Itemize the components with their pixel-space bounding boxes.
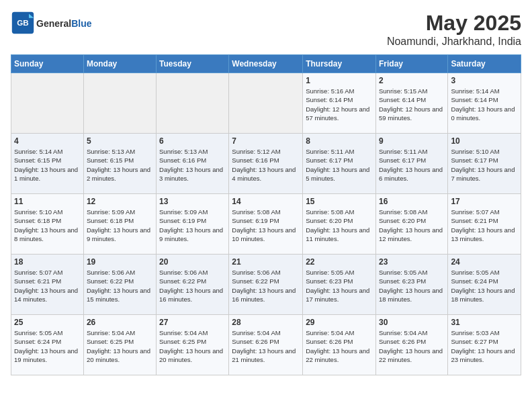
day-info: Sunrise: 5:13 AMSunset: 6:15 PMDaylight:… [87,147,153,183]
day-info-line: Daylight: 13 hours and 23 minutes. [451,347,515,363]
day-cell: 7Sunrise: 5:12 AMSunset: 6:16 PMDaylight… [229,134,303,194]
day-number: 15 [306,197,373,206]
day-info-line: Daylight: 13 hours and 18 minutes. [379,287,443,303]
day-number: 5 [87,136,153,146]
day-cell: 27Sunrise: 5:04 AMSunset: 6:25 PMDayligh… [157,315,229,375]
day-info-line: Daylight: 13 hours and 9 minutes. [87,226,150,242]
day-info-line: Daylight: 13 hours and 18 minutes. [451,287,515,303]
day-number: 23 [379,257,445,267]
day-info-line: Daylight: 13 hours and 15 minutes. [87,287,150,303]
day-info-line: Sunset: 6:23 PM [306,277,353,285]
calendar: SundayMondayTuesdayWednesdayThursdayFrid… [11,54,521,375]
day-cell: 6Sunrise: 5:13 AMSunset: 6:16 PMDaylight… [157,134,229,194]
day-info-line: Sunrise: 5:05 AM [306,269,354,276]
day-info-line: Sunrise: 5:08 AM [379,208,427,216]
day-cell: 11Sunrise: 5:10 AMSunset: 6:18 PMDayligh… [11,194,84,255]
day-info-line: Daylight: 13 hours and 19 minutes. [14,347,78,363]
day-info: Sunrise: 5:09 AMSunset: 6:19 PMDaylight:… [159,208,226,243]
day-info-line: Sunset: 6:24 PM [451,277,498,285]
day-cell [157,73,229,134]
day-info-line: Sunrise: 5:04 AM [306,329,354,336]
day-info-line: Sunset: 6:17 PM [379,156,426,164]
day-info-line: Sunset: 6:20 PM [379,217,426,224]
day-number: 10 [451,136,518,146]
day-info-line: Sunset: 6:25 PM [87,338,134,345]
day-info-line: Daylight: 13 hours and 11 minutes. [306,226,369,242]
day-info-line: Daylight: 13 hours and 5 minutes. [306,166,369,182]
day-number: 14 [232,197,300,206]
day-number: 7 [232,136,300,146]
day-info: Sunrise: 5:11 AMSunset: 6:17 PMDaylight:… [379,147,445,183]
day-info-line: Daylight: 13 hours and 10 minutes. [232,226,296,242]
svg-text:GB: GB [17,18,29,27]
day-info: Sunrise: 5:16 AMSunset: 6:14 PMDaylight:… [306,87,373,122]
day-info-line: Daylight: 13 hours and 8 minutes. [14,226,78,242]
logo-icon: GB [11,11,35,35]
day-cell: 10Sunrise: 5:10 AMSunset: 6:17 PMDayligh… [448,134,521,194]
day-info-line: Daylight: 13 hours and 22 minutes. [306,347,369,363]
day-cell: 23Sunrise: 5:05 AMSunset: 6:23 PMDayligh… [375,255,447,315]
day-info-line: Sunset: 6:17 PM [306,156,353,164]
day-cell: 21Sunrise: 5:06 AMSunset: 6:22 PMDayligh… [229,255,303,315]
weekday-thursday: Thursday [303,55,376,73]
day-cell: 4Sunrise: 5:14 AMSunset: 6:15 PMDaylight… [11,134,84,194]
logo-blue: Blue [71,18,91,29]
day-info-line: Sunset: 6:18 PM [14,217,61,224]
day-info-line: Sunrise: 5:03 AM [451,329,499,336]
day-cell: 22Sunrise: 5:05 AMSunset: 6:23 PMDayligh… [303,255,376,315]
day-info-line: Daylight: 13 hours and 16 minutes. [159,287,223,303]
day-info: Sunrise: 5:07 AMSunset: 6:21 PMDaylight:… [451,208,518,243]
weekday-header-row: SundayMondayTuesdayWednesdayThursdayFrid… [11,55,521,73]
day-info-line: Daylight: 13 hours and 16 minutes. [232,287,296,303]
day-info-line: Sunrise: 5:16 AM [306,87,354,95]
day-cell [229,73,303,134]
day-number: 20 [159,257,226,267]
day-info-line: Sunset: 6:19 PM [232,217,279,224]
day-info-line: Sunset: 6:19 PM [159,217,206,224]
day-number: 4 [14,136,81,146]
weekday-sunday: Sunday [11,55,84,73]
day-info-line: Sunset: 6:14 PM [306,96,353,103]
day-info-line: Sunrise: 5:07 AM [14,269,62,276]
day-info-line: Daylight: 13 hours and 20 minutes. [87,347,150,363]
day-number: 28 [232,318,300,327]
day-cell: 3Sunrise: 5:14 AMSunset: 6:14 PMDaylight… [448,73,521,134]
day-info: Sunrise: 5:11 AMSunset: 6:17 PMDaylight:… [306,147,373,183]
day-number: 19 [87,257,153,267]
day-number: 9 [379,136,445,146]
day-cell: 29Sunrise: 5:04 AMSunset: 6:26 PMDayligh… [303,315,376,375]
day-info: Sunrise: 5:06 AMSunset: 6:22 PMDaylight:… [87,268,153,304]
day-info: Sunrise: 5:13 AMSunset: 6:16 PMDaylight:… [159,147,226,183]
day-info-line: Sunrise: 5:04 AM [87,329,135,336]
day-info-line: Daylight: 13 hours and 3 minutes. [159,166,223,182]
day-info: Sunrise: 5:06 AMSunset: 6:22 PMDaylight:… [232,268,300,304]
day-info-line: Daylight: 13 hours and 20 minutes. [159,347,223,363]
day-info-line: Daylight: 13 hours and 0 minutes. [451,105,515,122]
day-info-line: Sunset: 6:18 PM [87,217,134,224]
logo: GB GeneralBlue [11,11,91,35]
day-info: Sunrise: 5:04 AMSunset: 6:26 PMDaylight:… [306,328,373,364]
week-row-1: 1Sunrise: 5:16 AMSunset: 6:14 PMDaylight… [11,73,521,134]
weekday-saturday: Saturday [448,55,521,73]
day-info-line: Sunset: 6:25 PM [159,338,206,345]
day-cell [83,73,156,134]
day-number: 18 [14,257,81,267]
day-cell: 13Sunrise: 5:09 AMSunset: 6:19 PMDayligh… [157,194,229,255]
weekday-monday: Monday [83,55,156,73]
day-info-line: Sunset: 6:26 PM [232,338,279,345]
day-cell: 8Sunrise: 5:11 AMSunset: 6:17 PMDaylight… [303,134,376,194]
day-info-line: Sunset: 6:23 PM [379,277,426,285]
day-info-line: Daylight: 13 hours and 2 minutes. [87,166,150,182]
day-info-line: Sunrise: 5:09 AM [159,208,208,216]
day-number: 13 [159,197,226,206]
day-info-line: Sunrise: 5:04 AM [379,329,427,336]
day-info-line: Sunset: 6:24 PM [14,338,61,345]
day-info-line: Sunrise: 5:12 AM [232,148,280,155]
week-row-5: 25Sunrise: 5:05 AMSunset: 6:24 PMDayligh… [11,315,521,375]
day-info-line: Sunrise: 5:06 AM [232,269,280,276]
day-info-line: Daylight: 13 hours and 9 minutes. [159,226,223,242]
day-cell: 31Sunrise: 5:03 AMSunset: 6:27 PMDayligh… [448,315,521,375]
day-number: 26 [87,318,153,327]
day-number: 6 [159,136,226,146]
day-info-line: Daylight: 13 hours and 6 minutes. [379,166,443,182]
